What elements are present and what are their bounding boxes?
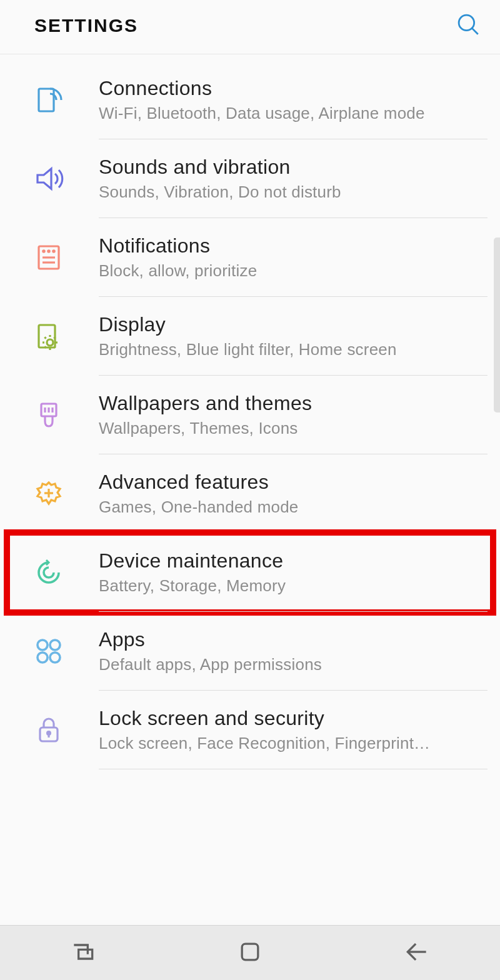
item-title: Lock screen and security <box>99 707 488 730</box>
item-subtitle: Brightness, Blue light filter, Home scre… <box>99 340 488 359</box>
svg-point-5 <box>48 251 49 252</box>
item-title: Wallpapers and themes <box>99 392 488 415</box>
svg-point-28 <box>50 652 60 662</box>
svg-line-18 <box>54 346 55 348</box>
wallpapers-icon <box>32 399 65 431</box>
item-subtitle: Block, allow, prioritize <box>99 261 488 281</box>
svg-point-27 <box>38 652 48 662</box>
svg-point-0 <box>459 15 474 31</box>
item-subtitle: Sounds, Vibration, Do not disturb <box>99 182 488 202</box>
item-title: Advanced features <box>99 471 488 494</box>
settings-item-device-maintenance[interactable]: Device maintenance Battery, Storage, Mem… <box>0 533 500 612</box>
apps-icon <box>32 635 65 668</box>
item-title: Connections <box>99 77 488 100</box>
item-subtitle: Wallpapers, Themes, Icons <box>99 419 488 438</box>
settings-item-sounds[interactable]: Sounds and vibration Sounds, Vibration, … <box>0 139 500 218</box>
recents-button[interactable] <box>69 938 97 968</box>
settings-item-advanced[interactable]: Advanced features Games, One-handed mode <box>0 454 500 533</box>
page-title: SETTINGS <box>34 15 138 36</box>
svg-point-26 <box>50 640 60 650</box>
item-title: Display <box>99 313 488 336</box>
search-icon <box>455 11 481 38</box>
notifications-icon <box>32 241 65 274</box>
home-icon <box>236 938 264 966</box>
settings-item-notifications[interactable]: Notifications Block, allow, prioritize <box>0 218 500 297</box>
item-subtitle: Wi-Fi, Bluetooth, Data usage, Airplane m… <box>99 104 488 123</box>
settings-item-wallpapers[interactable]: Wallpapers and themes Wallpapers, Themes… <box>0 376 500 454</box>
scroll-handle[interactable] <box>494 238 500 412</box>
item-subtitle: Lock screen, Face Recognition, Fingerpri… <box>99 734 488 753</box>
settings-item-lock-screen[interactable]: Lock screen and security Lock screen, Fa… <box>0 691 500 769</box>
item-title: Apps <box>99 628 488 651</box>
back-button[interactable] <box>403 938 431 968</box>
back-icon <box>403 938 431 966</box>
svg-line-1 <box>472 28 478 34</box>
maintenance-icon <box>32 556 65 589</box>
connections-icon <box>32 84 65 116</box>
advanced-icon <box>32 478 65 510</box>
item-subtitle: Games, One-handed mode <box>99 498 488 517</box>
settings-header: SETTINGS <box>0 0 500 54</box>
settings-item-connections[interactable]: Connections Wi-Fi, Bluetooth, Data usage… <box>0 61 500 139</box>
home-button[interactable] <box>236 938 264 968</box>
svg-rect-2 <box>39 89 54 111</box>
svg-point-10 <box>47 339 53 346</box>
svg-line-16 <box>54 337 55 338</box>
svg-rect-32 <box>242 944 258 960</box>
svg-point-30 <box>48 732 51 735</box>
svg-point-25 <box>38 640 48 650</box>
svg-point-6 <box>53 251 54 252</box>
svg-line-15 <box>44 337 46 338</box>
display-icon <box>32 320 65 352</box>
item-title: Notifications <box>99 234 488 258</box>
item-subtitle: Default apps, App permissions <box>99 655 488 674</box>
settings-list: Connections Wi-Fi, Bluetooth, Data usage… <box>0 54 500 769</box>
item-title: Device maintenance <box>99 549 488 572</box>
item-subtitle: Battery, Storage, Memory <box>99 576 488 596</box>
item-title: Sounds and vibration <box>99 156 488 179</box>
navigation-bar <box>0 925 500 980</box>
search-button[interactable] <box>455 11 481 40</box>
recents-icon <box>69 938 97 966</box>
svg-point-4 <box>43 251 44 252</box>
lock-icon <box>32 714 65 746</box>
settings-item-apps[interactable]: Apps Default apps, App permissions <box>0 612 500 691</box>
settings-item-display[interactable]: Display Brightness, Blue light filter, H… <box>0 297 500 376</box>
svg-line-17 <box>44 346 46 348</box>
sound-icon <box>32 162 65 195</box>
